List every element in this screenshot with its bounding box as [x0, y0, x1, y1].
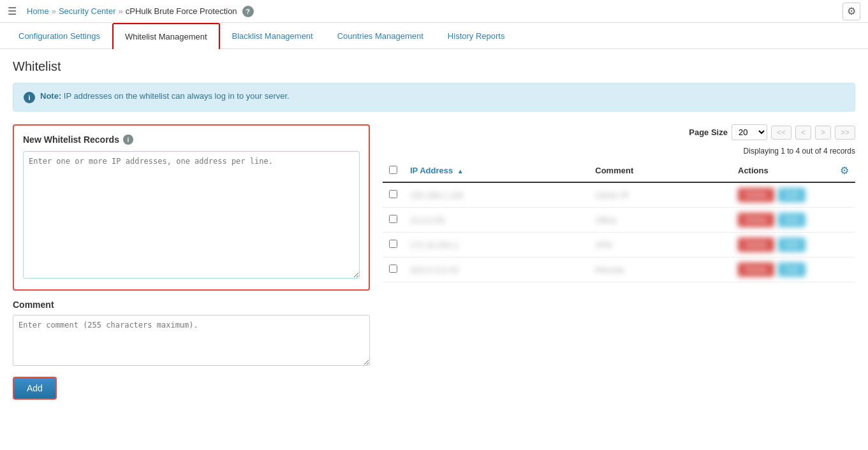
pagination-prev[interactable]: < [795, 126, 811, 140]
info-text: Note: IP addresses on the whitelist can … [40, 91, 290, 101]
table-row: 192.168.1.100 Admin IP Delete Edit [383, 182, 855, 208]
comment-section: Comment [13, 300, 370, 368]
menu-icon[interactable]: ☰ [8, 5, 17, 17]
row-checkbox[interactable] [389, 190, 397, 198]
tab-countries[interactable]: Countries Management [325, 23, 436, 49]
comment-label: Comment [13, 300, 370, 310]
row-checkbox[interactable] [389, 265, 397, 273]
sort-arrow-ip: ▲ [457, 168, 464, 175]
pagination-first[interactable]: << [771, 126, 791, 140]
edit-button[interactable]: Edit [778, 263, 805, 277]
row-ip: 192.168.1.100 [404, 182, 589, 208]
info-icon: i [24, 92, 35, 103]
help-icon[interactable]: ? [242, 6, 254, 17]
data-table: IP Address ▲ Comment Actions ⚙ [383, 159, 855, 282]
pagination-next[interactable]: > [815, 126, 831, 140]
right-panel: Page Size 20 50 100 << < > >> Displaying… [383, 124, 855, 282]
top-bar: ☰ Home » Security Center » cPHulk Brute … [0, 0, 868, 23]
info-box: i Note: IP addresses on the whitelist ca… [13, 83, 855, 112]
ip-addresses-input[interactable] [23, 151, 360, 279]
new-records-section: New Whitelist Records i [13, 124, 370, 291]
info-note-text: IP addresses on the whitelist can always… [64, 91, 290, 101]
edit-button[interactable]: Edit [778, 188, 805, 202]
col-header-ip[interactable]: IP Address ▲ [404, 159, 589, 182]
row-ip: 10.0.0.55 [404, 208, 589, 233]
row-actions: Delete Edit [732, 258, 834, 282]
row-checkbox-cell [383, 208, 404, 233]
left-panel: New Whitelist Records i Comment Add [13, 124, 370, 400]
tab-configuration[interactable]: Configuration Settings [6, 23, 112, 49]
new-records-title: New Whitelist Records i [23, 134, 360, 145]
row-actions: Delete Edit [732, 233, 834, 258]
row-comment: Admin IP [589, 182, 732, 208]
row-comment: VPN [589, 233, 732, 258]
comment-input[interactable] [13, 315, 370, 366]
page-title: Whitelist [13, 59, 855, 74]
table-settings-button[interactable]: ⚙ [840, 164, 849, 177]
delete-button[interactable]: Delete [738, 188, 774, 202]
pagination-last[interactable]: >> [835, 126, 855, 140]
edit-button[interactable]: Edit [778, 238, 805, 252]
breadcrumb-current: cPHulk Brute Force Protection [126, 6, 237, 16]
tab-blacklist[interactable]: Blacklist Management [220, 23, 325, 49]
breadcrumb-home[interactable]: Home [27, 6, 49, 16]
main-content: Whitelist i Note: IP addresses on the wh… [0, 49, 868, 410]
breadcrumb-security-center[interactable]: Security Center [59, 6, 116, 16]
new-records-help-icon[interactable]: i [123, 134, 133, 145]
col-header-actions: Actions [732, 159, 834, 182]
table-row: 10.0.0.55 Office Delete Edit [383, 208, 855, 233]
tabs-bar: Configuration Settings Whitelist Managem… [0, 23, 868, 49]
row-comment: Office [589, 208, 732, 233]
page-size-select[interactable]: 20 50 100 [732, 124, 767, 140]
col-header-gear: ⚙ [834, 159, 855, 182]
delete-button[interactable]: Delete [738, 263, 774, 277]
edit-button[interactable]: Edit [778, 213, 805, 227]
select-all-checkbox[interactable] [389, 166, 397, 174]
tab-whitelist[interactable]: Whitelist Management [112, 23, 220, 49]
row-actions: Delete Edit [732, 182, 834, 208]
settings-icon[interactable]: ⚙ [842, 3, 860, 20]
delete-button[interactable]: Delete [738, 213, 774, 227]
col-header-comment: Comment [589, 159, 732, 182]
delete-button[interactable]: Delete [738, 238, 774, 252]
row-actions: Delete Edit [732, 208, 834, 233]
add-button[interactable]: Add [13, 377, 57, 400]
row-checkbox-cell [383, 258, 404, 282]
col-header-checkbox [383, 159, 404, 182]
info-note-prefix: Note: [40, 91, 61, 101]
page-size-label: Page Size [689, 127, 728, 137]
row-checkbox[interactable] [389, 240, 397, 248]
records-info: Displaying 1 to 4 out of 4 records [383, 147, 855, 156]
table-controls: Page Size 20 50 100 << < > >> [383, 124, 855, 140]
table-row: 172.16.254.1 VPN Delete Edit [383, 233, 855, 258]
table-row: 203.0.113.42 Remote Delete Edit [383, 258, 855, 282]
add-btn-wrapper: Add [13, 377, 370, 400]
row-checkbox[interactable] [389, 215, 397, 223]
row-ip: 172.16.254.1 [404, 233, 589, 258]
row-comment: Remote [589, 258, 732, 282]
row-checkbox-cell [383, 233, 404, 258]
breadcrumb: Home » Security Center » cPHulk Brute Fo… [27, 6, 254, 17]
content-row: New Whitelist Records i Comment Add Page… [13, 124, 855, 400]
row-checkbox-cell [383, 182, 404, 208]
row-ip: 203.0.113.42 [404, 258, 589, 282]
tab-history[interactable]: History Reports [436, 23, 517, 49]
